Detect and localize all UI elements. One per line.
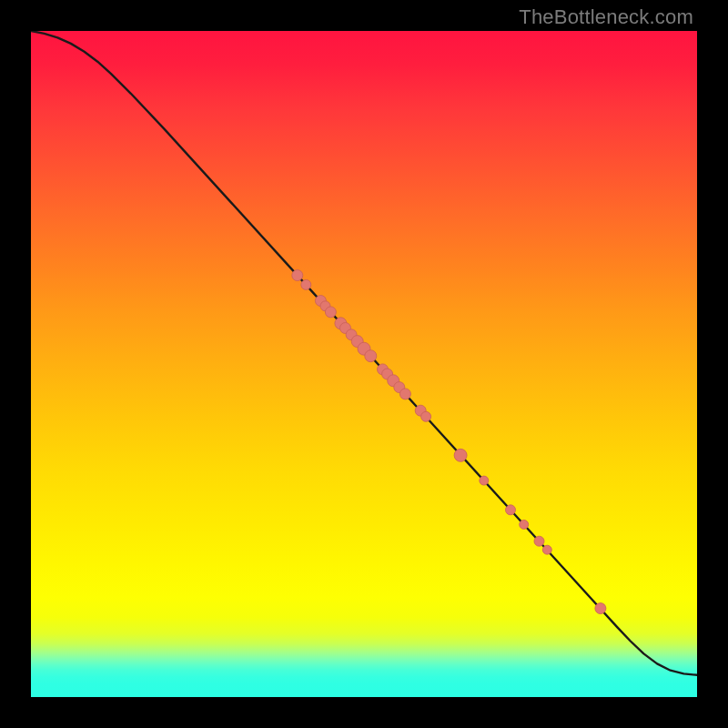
scatter-point [454, 449, 467, 461]
scatter-point [301, 279, 311, 289]
scatter-point [480, 476, 489, 485]
scatter-point [292, 270, 303, 281]
scatter-point [506, 505, 516, 515]
scatter-point [542, 545, 551, 554]
scatter-point [520, 520, 529, 529]
scatter-point [325, 307, 336, 318]
scatter-point [399, 389, 410, 399]
scatter-point [595, 603, 606, 614]
watermark-text: TheBottleneck.com [519, 5, 693, 29]
scatter-point [421, 411, 431, 421]
scatter-point [534, 536, 544, 546]
scatter-point [365, 350, 377, 362]
chart-svg [31, 31, 697, 697]
plot-area [31, 31, 697, 697]
